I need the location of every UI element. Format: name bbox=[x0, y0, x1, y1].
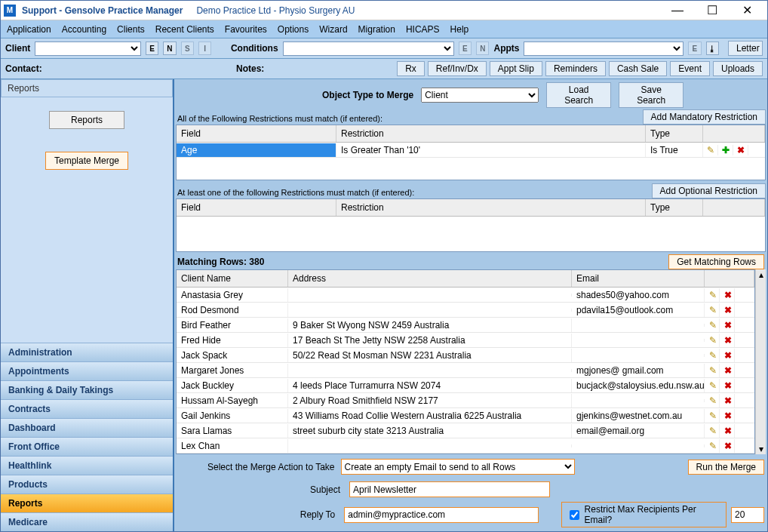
table-row[interactable]: Sara Llamasstreet suburb city state 3213… bbox=[177, 423, 754, 438]
minimize-button[interactable]: — bbox=[660, 2, 695, 19]
scroll-down-icon[interactable]: ▾ bbox=[759, 444, 763, 454]
delete-icon[interactable]: ✖ bbox=[720, 379, 735, 392]
table-row[interactable]: Anastasia Greyshades50@yahoo.com✎✖ bbox=[177, 288, 754, 303]
mandatory-field[interactable]: Age bbox=[177, 143, 336, 157]
edit-icon[interactable]: ✎ bbox=[705, 349, 720, 362]
table-row[interactable]: Jack Buckley4 leeds Place Turramurra NSW… bbox=[177, 378, 754, 393]
add-icon[interactable]: ✚ bbox=[718, 145, 733, 155]
appts-e-button[interactable]: E bbox=[688, 42, 701, 55]
delete-icon[interactable]: ✖ bbox=[720, 349, 735, 362]
scroll-up-icon[interactable]: ▴ bbox=[759, 269, 763, 280]
table-row[interactable]: Hussam Al-Sayegh2 Albury Road Smithfield… bbox=[177, 393, 754, 408]
download-icon[interactable]: ⭳ bbox=[706, 42, 719, 55]
reminders-button[interactable]: Reminders bbox=[545, 61, 606, 76]
table-row[interactable]: Gail Jenkins43 Williams Road Collie West… bbox=[177, 408, 754, 423]
nav-contracts[interactable]: Contracts bbox=[1, 399, 173, 418]
delete-icon[interactable]: ✖ bbox=[720, 318, 735, 332]
client-e-button[interactable]: E bbox=[146, 42, 158, 55]
edit-icon[interactable]: ✎ bbox=[705, 303, 720, 317]
edit-icon[interactable]: ✎ bbox=[705, 409, 720, 423]
menu-wizard[interactable]: Wizard bbox=[319, 24, 347, 35]
nav-medicare[interactable]: Medicare bbox=[1, 512, 173, 531]
table-row[interactable]: Fred Hide17 Beach St The Jetty NSW 2258 … bbox=[177, 333, 754, 348]
table-row[interactable]: Margaret Jonesmgjones@ gmail.com✎✖ bbox=[177, 363, 754, 378]
add-mandatory-button[interactable]: Add Mandatory Restriction bbox=[643, 109, 766, 125]
save-search-button[interactable]: Save Search bbox=[619, 82, 684, 108]
cell-name: Margaret Jones bbox=[177, 364, 288, 377]
restrict-recipients-checkbox[interactable] bbox=[570, 510, 579, 520]
edit-icon[interactable]: ✎ bbox=[705, 439, 720, 453]
mandatory-type[interactable]: Is True bbox=[646, 143, 703, 157]
get-matching-rows-button[interactable]: Get Matching Rows bbox=[668, 254, 764, 269]
delete-icon[interactable]: ✖ bbox=[720, 394, 735, 407]
conditions-select[interactable] bbox=[283, 42, 454, 56]
menu-clients[interactable]: Clients bbox=[117, 24, 145, 35]
reports-button[interactable]: Reports bbox=[49, 111, 124, 129]
reply-to-input[interactable] bbox=[344, 507, 539, 523]
nav-banking[interactable]: Banking & Daily Takings bbox=[1, 380, 173, 399]
cash-sale-button[interactable]: Cash Sale bbox=[609, 61, 667, 76]
table-row[interactable]: Rod Desmondpdavila15@outlook.com✎✖ bbox=[177, 303, 754, 318]
menu-options[interactable]: Options bbox=[278, 24, 309, 35]
event-button[interactable]: Event bbox=[670, 61, 710, 76]
letter-button[interactable]: Letter bbox=[728, 41, 763, 56]
menu-migration[interactable]: Migration bbox=[358, 24, 395, 35]
table-row[interactable]: Jack Spack50/22 Read St Mosman NSW 2231 … bbox=[177, 348, 754, 363]
delete-icon[interactable]: ✖ bbox=[720, 303, 735, 317]
edit-icon[interactable]: ✎ bbox=[705, 394, 720, 407]
delete-icon[interactable]: ✖ bbox=[720, 334, 735, 347]
mandatory-restriction[interactable]: Is Greater Than '10' bbox=[336, 143, 646, 157]
add-optional-button[interactable]: Add Optional Restriction bbox=[652, 183, 766, 198]
nav-healthlink[interactable]: Healthlink bbox=[1, 456, 173, 475]
edit-icon[interactable]: ✎ bbox=[705, 318, 720, 332]
max-recipients-input[interactable] bbox=[731, 507, 764, 523]
delete-icon[interactable]: ✖ bbox=[720, 288, 735, 302]
table-row[interactable]: Lex Chan✎✖ bbox=[177, 438, 754, 454]
edit-icon[interactable]: ✎ bbox=[705, 379, 720, 392]
delete-icon[interactable]: ✖ bbox=[720, 424, 735, 438]
edit-icon[interactable]: ✎ bbox=[705, 424, 720, 438]
conditions-n-button[interactable]: N bbox=[476, 42, 489, 55]
rx-button[interactable]: Rx bbox=[397, 61, 425, 76]
object-type-select[interactable]: Client bbox=[421, 88, 539, 103]
merge-action-select[interactable]: Create an empty Email to send to all Row… bbox=[341, 459, 575, 475]
delete-icon[interactable]: ✖ bbox=[720, 364, 735, 377]
refinvdx-button[interactable]: Ref/Inv/Dx bbox=[428, 61, 487, 76]
delete-icon[interactable]: ✖ bbox=[720, 409, 735, 423]
client-select[interactable] bbox=[35, 42, 141, 56]
nav-products[interactable]: Products bbox=[1, 475, 173, 494]
menu-help[interactable]: Help bbox=[450, 24, 469, 35]
close-button[interactable]: ✕ bbox=[730, 2, 764, 19]
titlebar: M Support - Gensolve Practice Manager De… bbox=[1, 1, 767, 20]
results-scrollbar[interactable]: ▴ ▾ bbox=[755, 269, 766, 454]
uploads-button[interactable]: Uploads bbox=[713, 61, 763, 76]
edit-icon[interactable]: ✎ bbox=[703, 145, 718, 155]
table-row[interactable]: Bird Feather9 Baker St Wyong NSW 2459 Au… bbox=[177, 318, 754, 333]
run-merge-button[interactable]: Run the Merge bbox=[688, 460, 764, 475]
menu-accounting[interactable]: Accounting bbox=[62, 24, 106, 35]
menu-application[interactable]: Application bbox=[7, 24, 51, 35]
delete-icon[interactable]: ✖ bbox=[720, 439, 735, 453]
menu-recent-clients[interactable]: Recent Clients bbox=[155, 24, 214, 35]
nav-administration[interactable]: Administration bbox=[1, 343, 173, 361]
load-search-button[interactable]: Load Search bbox=[546, 82, 611, 108]
client-i-button[interactable]: I bbox=[198, 42, 211, 55]
edit-icon[interactable]: ✎ bbox=[705, 334, 720, 347]
edit-icon[interactable]: ✎ bbox=[705, 288, 720, 302]
nav-reports[interactable]: Reports bbox=[1, 494, 173, 512]
delete-icon[interactable]: ✖ bbox=[733, 145, 748, 155]
client-n-button[interactable]: N bbox=[163, 42, 176, 55]
edit-icon[interactable]: ✎ bbox=[705, 364, 720, 377]
menu-favourites[interactable]: Favourites bbox=[225, 24, 267, 35]
menu-hicaps[interactable]: HICAPS bbox=[406, 24, 440, 35]
appts-select[interactable] bbox=[524, 42, 684, 56]
template-merge-button[interactable]: Template Merge bbox=[45, 152, 128, 170]
maximize-button[interactable]: ☐ bbox=[695, 2, 730, 19]
subject-input[interactable] bbox=[349, 481, 550, 497]
nav-dashboard[interactable]: Dashboard bbox=[1, 418, 173, 437]
client-s-button[interactable]: S bbox=[181, 42, 194, 55]
appt-slip-button[interactable]: Appt Slip bbox=[490, 61, 542, 76]
nav-front-office[interactable]: Front Office bbox=[1, 437, 173, 456]
conditions-e-button[interactable]: E bbox=[459, 42, 472, 55]
nav-appointments[interactable]: Appointments bbox=[1, 361, 173, 380]
